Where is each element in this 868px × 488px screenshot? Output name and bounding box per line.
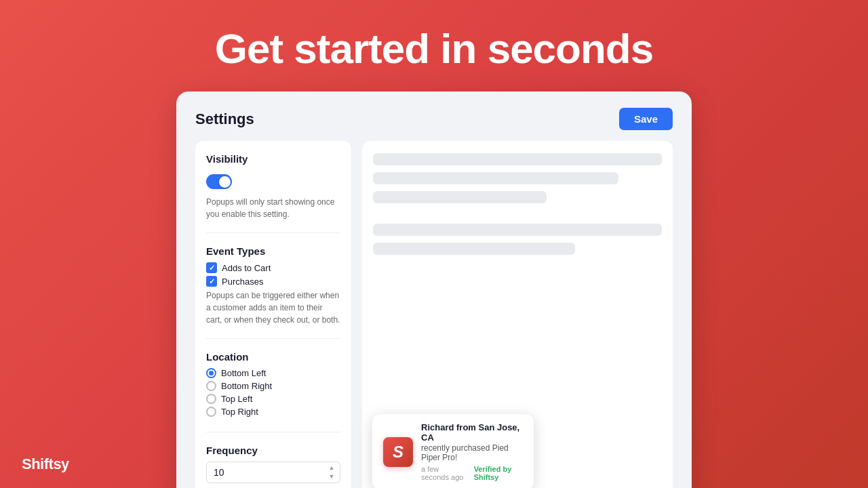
- settings-title: Settings: [195, 110, 254, 128]
- skeleton-1: [373, 153, 662, 165]
- top-left-label: Top Left: [221, 394, 252, 404]
- skeleton-4: [373, 224, 662, 236]
- popup-action: recently purchased Pied Piper Pro!: [421, 443, 523, 462]
- popup-time: a few seconds ago: [421, 465, 469, 481]
- bottom-right-radio[interactable]: [206, 381, 216, 391]
- bottom-left-row: Bottom Left: [206, 368, 340, 378]
- frequency-title: Frequency: [206, 445, 340, 456]
- popup-verified: Verified by Shiftsy: [474, 465, 523, 481]
- save-button[interactable]: Save: [619, 108, 673, 130]
- left-panel: Visibility Popups will only start showin…: [195, 141, 351, 488]
- frequency-spinners: ▲ ▼: [327, 464, 336, 481]
- visibility-title: Visibility: [206, 153, 340, 165]
- top-right-row: Top Right: [206, 407, 340, 417]
- popup-footer: a few seconds ago Verified by Shiftsy: [421, 465, 523, 481]
- adds-to-cart-label: Adds to Cart: [222, 263, 271, 273]
- event-types-section: Event Types Adds to Cart Purchases Popup…: [206, 245, 340, 326]
- event-types-title: Event Types: [206, 245, 340, 257]
- bottom-left-radio[interactable]: [206, 368, 216, 378]
- frequency-decrement[interactable]: ▼: [327, 473, 336, 481]
- popup-logo: S: [383, 437, 413, 467]
- page-headline: Get started in seconds: [215, 24, 653, 73]
- skeleton-2: [373, 172, 618, 184]
- location-section: Location Bottom Left Bottom Right Top Le…: [206, 351, 340, 420]
- branding: Shiftsy: [22, 455, 69, 473]
- visibility-toggle[interactable]: [206, 174, 232, 189]
- divider-3: [206, 432, 340, 432]
- adds-to-cart-row: Adds to Cart: [206, 262, 340, 273]
- bottom-right-label: Bottom Right: [221, 381, 272, 391]
- right-panel: S Richard from San Jose, CA recently pur…: [362, 141, 673, 488]
- location-title: Location: [206, 351, 340, 363]
- frequency-input[interactable]: [206, 462, 340, 483]
- skeleton-spacer-1: [373, 210, 662, 217]
- skeleton-3: [373, 191, 547, 203]
- bottom-right-row: Bottom Right: [206, 381, 340, 391]
- event-types-description: Popups can be triggered either when a cu…: [206, 289, 340, 326]
- visibility-description: Popups will only start showing once you …: [206, 196, 340, 220]
- purchases-checkbox[interactable]: [206, 276, 217, 287]
- popup-logo-letter: S: [393, 443, 403, 462]
- top-left-radio[interactable]: [206, 394, 216, 404]
- bottom-left-label: Bottom Left: [221, 368, 266, 378]
- purchases-label: Purchases: [222, 277, 263, 287]
- popup-content: Richard from San Jose, CA recently purch…: [421, 422, 523, 481]
- frequency-input-wrap: ▲ ▼: [206, 462, 340, 483]
- purchases-row: Purchases: [206, 276, 340, 287]
- frequency-increment[interactable]: ▲: [327, 464, 336, 472]
- divider-2: [206, 338, 340, 339]
- frequency-section: Frequency ▲ ▼ Shiftsy popups will show a…: [206, 445, 340, 488]
- popup-name: Richard from San Jose, CA: [421, 422, 523, 443]
- settings-body: Visibility Popups will only start showin…: [195, 141, 673, 488]
- top-right-label: Top Right: [221, 407, 258, 417]
- skeleton-5: [373, 243, 575, 255]
- visibility-section: Visibility Popups will only start showin…: [206, 153, 340, 220]
- settings-header: Settings Save: [195, 108, 673, 130]
- divider-1: [206, 232, 340, 233]
- top-left-row: Top Left: [206, 394, 340, 404]
- popup-notification: S Richard from San Jose, CA recently pur…: [372, 413, 534, 488]
- settings-card: Settings Save Visibility Popups will onl…: [176, 92, 692, 488]
- adds-to-cart-checkbox[interactable]: [206, 262, 217, 273]
- top-right-radio[interactable]: [206, 407, 216, 417]
